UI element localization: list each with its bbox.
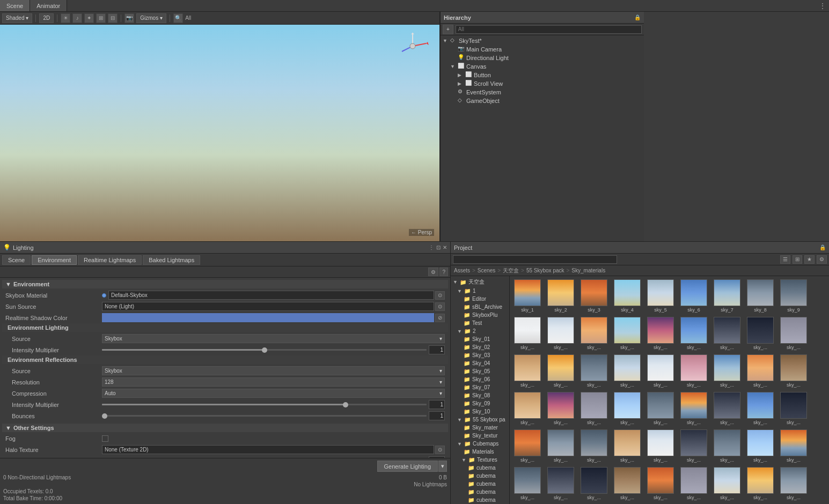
skybox-material-input[interactable]: Default-Skybox [108,291,434,300]
bounces-track[interactable] [102,415,427,417]
hierarchy-search[interactable] [456,25,642,34]
intensity-slider-value[interactable]: 1 [429,345,445,354]
close-icon[interactable]: ✕ [443,244,447,250]
asset-item[interactable]: sky_... [678,428,709,464]
asset-item[interactable]: sky_... [612,466,643,501]
asset-item[interactable]: sky_... [545,466,576,501]
asset-item[interactable]: sky_... [645,428,676,464]
project-tree-item[interactable]: 📁cubema [451,496,509,504]
project-tree-item[interactable]: 📁Sky_05 [451,367,509,375]
asset-item[interactable]: sky_5 [645,278,676,314]
shaded-dropdown[interactable]: Shaded ▾ [2,13,32,23]
asset-item[interactable]: sky_... [645,466,676,501]
asset-item[interactable]: sky_... [711,466,743,501]
project-tree-item[interactable]: 📁SkyboxPlu [451,311,509,319]
breadcrumb-item[interactable]: 天空盒 [503,267,519,275]
asset-item[interactable]: sky_4 [612,278,643,314]
project-tree-item[interactable]: 📁Sky_mater [451,424,509,432]
asset-item[interactable]: sky_... [578,316,610,351]
project-tree-item[interactable]: 📁Sky_08 [451,391,509,399]
gizmos-dropdown[interactable]: Gizmos ▾ [136,13,166,23]
asset-item[interactable]: sky_... [745,353,776,389]
lighting-tab-realtime-lightmaps[interactable]: Realtime Lightmaps [78,255,142,265]
asset-item[interactable]: sky_... [545,353,576,389]
project-tree-item[interactable]: ▼📁1 [451,287,509,295]
asset-item[interactable]: sky_... [578,353,610,389]
project-tree-item[interactable]: ▼📁Textures [451,456,509,464]
asset-item[interactable]: sky_... [778,316,809,351]
camera-btn[interactable]: 📷 [124,13,134,23]
project-tree-item[interactable]: 📁cubema [451,472,509,480]
asset-item[interactable]: sky_... [778,428,809,464]
other-settings-header[interactable]: ▼ Other Settings [2,424,448,432]
project-tree-item[interactable]: 📁Sky_textur [451,432,509,440]
scene-options[interactable]: ⊞ [96,13,106,23]
breadcrumb-item[interactable]: 55 Skybox pack [526,268,564,273]
asset-item[interactable]: sky_... [545,428,576,464]
project-list-view[interactable]: ☰ [780,255,790,264]
fx-toggle[interactable]: ✦ [84,13,94,23]
asset-item[interactable]: sky_... [678,353,709,389]
project-tree-item[interactable]: 📁Test [451,319,509,327]
intensity-slider-track[interactable] [102,349,427,351]
project-tree-item[interactable]: 📁Sky_09 [451,399,509,407]
asset-item[interactable]: sky_7 [711,278,743,314]
sun-source-pick[interactable]: ⊙ [435,302,445,311]
tree-item[interactable]: 📷Main Camera [441,45,644,54]
menu-icon[interactable]: ⋮ [819,2,826,10]
lighting-tab-baked-lightmaps[interactable]: Baked Lightmaps [143,255,200,265]
asset-item[interactable]: sky_... [711,353,743,389]
asset-item[interactable]: sky_... [612,316,643,351]
project-search[interactable] [453,255,617,264]
asset-item[interactable]: sky_... [745,391,776,426]
bounces-thumb[interactable] [102,413,107,419]
asset-item[interactable]: sky_... [678,466,709,501]
refl-intensity-track[interactable] [102,404,427,405]
asset-item[interactable]: sky_... [745,466,776,501]
lighting-settings-btn[interactable]: ⚙ [428,268,438,276]
fog-checkbox[interactable] [102,435,108,442]
scene-gizmo[interactable] [397,30,429,62]
refl-intensity-thumb[interactable] [343,402,348,407]
asset-item[interactable]: sky_... [745,316,776,351]
asset-item[interactable]: sky_... [512,466,543,501]
asset-item[interactable]: sky_... [711,391,743,426]
project-tree-item[interactable]: 📁sBL_Archive [451,303,509,311]
asset-item[interactable]: sky_... [578,466,610,501]
grid-toggle[interactable]: ⊟ [108,13,118,23]
refl-source-dropdown[interactable]: Skybox ▾ [102,366,445,375]
asset-item[interactable]: sky_... [512,391,543,426]
lighting-toggle[interactable]: ☀ [61,13,70,23]
generate-lighting-btn[interactable]: Generate Lighting [377,461,438,472]
asset-item[interactable]: sky_... [778,391,809,426]
project-tree-item[interactable]: 📁cubema [451,480,509,488]
asset-item[interactable]: sky_... [678,316,709,351]
env-reflections-section[interactable]: Environment Reflections [2,355,448,364]
tree-item[interactable]: ⚙EventSystem [441,88,644,97]
add-hierarchy-btn[interactable]: + [443,25,453,34]
asset-item[interactable]: sky_... [612,428,643,464]
tab-scene[interactable]: Scene [0,0,30,11]
mode-2d-btn[interactable]: 2D [39,13,54,23]
asset-item[interactable]: sky_... [512,428,543,464]
project-star[interactable]: ★ [804,255,815,264]
asset-item[interactable]: sky_... [745,428,776,464]
project-tree-item[interactable]: 📁cubema [451,464,509,472]
asset-item[interactable]: sky_... [678,391,709,426]
environment-section-header[interactable]: ▼ Environment [2,280,448,288]
asset-item[interactable]: sky_... [778,466,809,501]
project-tree-item[interactable]: ▼📁55 Skybox pa [451,416,509,424]
asset-item[interactable]: sky_... [612,353,643,389]
project-tree-item[interactable]: ▼📁Cubemaps [451,440,509,448]
tab-animator[interactable]: Animator [30,0,67,11]
asset-item[interactable]: sky_6 [678,278,709,314]
breadcrumb-item[interactable]: Assets [454,268,470,273]
sun-source-input[interactable]: None (Light) [102,302,434,311]
tree-item[interactable]: ▶⬜Button [441,71,644,79]
asset-item[interactable]: sky_... [645,316,676,351]
halo-texture-input[interactable]: None (Texture 2D) [102,445,434,454]
asset-item[interactable]: sky_... [711,428,743,464]
project-tree-item[interactable]: 📁Materials [451,448,509,456]
project-tree-item[interactable]: 📁Sky_01 [451,335,509,343]
project-tree-item[interactable]: 📁Sky_06 [451,375,509,383]
